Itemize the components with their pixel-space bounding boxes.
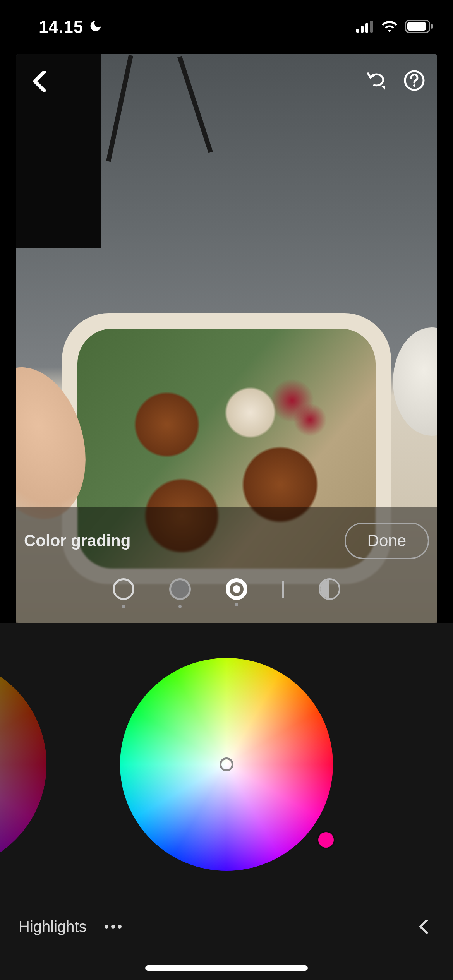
status-time-group: 14.15 bbox=[39, 17, 103, 37]
tab-shadows[interactable] bbox=[113, 578, 134, 600]
svg-rect-5 bbox=[407, 22, 426, 31]
svg-rect-0 bbox=[356, 29, 359, 33]
color-wheel-midtones-preview[interactable] bbox=[0, 658, 46, 871]
chevron-right-icon bbox=[419, 920, 428, 934]
svg-point-9 bbox=[105, 925, 108, 929]
photo-overlay-top bbox=[16, 54, 437, 108]
tab-global[interactable] bbox=[319, 578, 340, 600]
wifi-icon bbox=[381, 20, 398, 34]
panel-title: Color grading bbox=[24, 531, 130, 550]
chevron-left-icon bbox=[33, 71, 46, 92]
help-icon bbox=[404, 70, 425, 91]
status-bar: 14.15 bbox=[0, 0, 453, 54]
status-time: 14.15 bbox=[39, 17, 83, 37]
tab-highlights[interactable] bbox=[226, 578, 247, 600]
tab-midtones[interactable] bbox=[169, 578, 191, 600]
ellipsis-icon bbox=[104, 924, 122, 929]
slider-label: Highlights bbox=[19, 918, 87, 935]
color-wheel-highlights[interactable] bbox=[120, 658, 333, 871]
battery-icon bbox=[405, 20, 434, 34]
svg-point-11 bbox=[118, 925, 122, 929]
moon-icon bbox=[89, 17, 103, 37]
color-wheel-hue-handle[interactable] bbox=[318, 832, 334, 848]
collapse-button[interactable] bbox=[413, 916, 434, 937]
photo-preview[interactable]: Color grading Done bbox=[16, 54, 437, 623]
svg-rect-2 bbox=[365, 23, 368, 33]
undo-icon bbox=[365, 68, 387, 93]
more-options-button[interactable] bbox=[102, 916, 124, 937]
svg-point-8 bbox=[413, 84, 415, 87]
home-indicator[interactable] bbox=[145, 965, 308, 971]
undo-button[interactable] bbox=[365, 70, 387, 91]
done-button[interactable]: Done bbox=[345, 523, 429, 559]
color-grading-panel: Highlights bbox=[0, 623, 453, 980]
tone-range-tabs bbox=[16, 578, 437, 600]
svg-rect-3 bbox=[370, 21, 373, 33]
slider-bar: Highlights bbox=[0, 916, 453, 937]
status-right bbox=[356, 20, 434, 34]
svg-point-10 bbox=[111, 925, 115, 929]
svg-rect-1 bbox=[361, 26, 364, 33]
svg-rect-6 bbox=[431, 24, 433, 29]
color-wheel-row bbox=[0, 650, 453, 890]
cell-signal-icon bbox=[356, 20, 374, 34]
tab-separator bbox=[282, 581, 284, 598]
photo-overlay-actions bbox=[365, 70, 425, 91]
panel-header: Color grading Done bbox=[16, 507, 437, 623]
color-wheel-picker[interactable] bbox=[220, 757, 233, 771]
back-button[interactable] bbox=[28, 70, 51, 93]
help-button[interactable] bbox=[403, 70, 425, 91]
